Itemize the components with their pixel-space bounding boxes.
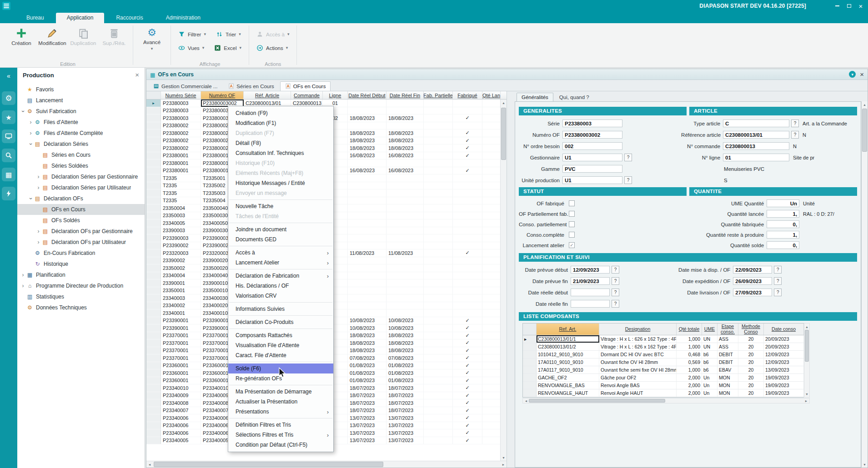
row-selector[interactable]	[523, 389, 537, 397]
planification-date-reelle-debut-field[interactable]	[571, 289, 610, 296]
menu-tab-application[interactable]: Application	[56, 13, 105, 23]
row-selector[interactable]	[146, 377, 161, 384]
menu-item-informations-suivies[interactable]: Informations Suivies	[228, 304, 333, 314]
row-selector[interactable]	[146, 152, 161, 159]
menu-item-nouvelle-tache[interactable]: Nouvelle Tâche	[228, 201, 333, 211]
row-selector[interactable]	[146, 257, 161, 264]
generalites-gestionnaire-field[interactable]: U1	[562, 154, 622, 161]
column-header-commande[interactable]: Commande	[291, 91, 323, 99]
row-selector[interactable]	[146, 137, 161, 144]
quantite-quantite-lancee-field[interactable]: 1,	[767, 210, 799, 218]
sidebar-item-declaration-ofs-par-utilisateur[interactable]: ›▤Déclaration OFs par Utilisateur	[17, 237, 145, 248]
row-selector[interactable]	[146, 347, 161, 354]
row-selector[interactable]	[523, 358, 537, 366]
column-header-qte-totale[interactable]: Qté totale	[677, 324, 702, 335]
row-selector[interactable]	[146, 159, 161, 167]
vertical-scrollbar[interactable]: ▲▼	[500, 100, 507, 461]
sidebar-item-programme-directeur-de-production[interactable]: ›⌂Programme Directeur de Production	[17, 280, 145, 291]
row-selector[interactable]	[146, 414, 161, 422]
sidebar-item-favoris[interactable]: ★Favoris	[17, 84, 145, 95]
row-selector[interactable]	[523, 343, 537, 350]
planification-date-expedition-of-field[interactable]: 26/09/2023	[733, 277, 772, 285]
row-selector[interactable]	[146, 317, 161, 324]
collapse-sidebar-button[interactable]: «	[7, 72, 10, 80]
column-header-date-conso[interactable]: Date conso	[764, 324, 804, 335]
close-button[interactable]	[855, 1, 866, 10]
sidebar-item-suivi-fabrication[interactable]: ›⚙Suivi Fabrication	[17, 106, 145, 117]
trier-button[interactable]: Trier▾	[213, 30, 244, 39]
row-selector[interactable]	[146, 287, 161, 294]
article-n-commande-field[interactable]: C230800013	[723, 142, 789, 150]
row-selector[interactable]	[523, 382, 537, 389]
row-selector[interactable]	[146, 107, 161, 115]
menu-tab-bureau[interactable]: Bureau	[15, 13, 55, 23]
horizontal-scrollbar[interactable]: ◄►	[146, 461, 507, 468]
row-selector[interactable]	[146, 174, 161, 182]
row-selector[interactable]	[146, 339, 161, 347]
column-header-fab-partielle[interactable]: Fab. Partielle	[424, 91, 453, 99]
generalites-numero-of-field[interactable]: P23380003002	[562, 131, 622, 139]
row-selector[interactable]	[146, 182, 161, 189]
rail-grid-button[interactable]: ▦	[2, 168, 15, 181]
menu-tab-administration[interactable]: Administration	[155, 13, 211, 23]
planification-date-prevue-fin-field[interactable]: 21/09/2023	[571, 277, 610, 285]
sidebar-item-historique[interactable]: ↻Historique	[17, 259, 145, 269]
row-selector[interactable]	[146, 362, 161, 369]
help-button[interactable]: ?	[624, 176, 632, 184]
sidebar-item-declaration-ofs-par-gestionnaire[interactable]: ›▤Déclaration OFs par Gestionnaire	[17, 226, 145, 237]
row-selector[interactable]	[146, 242, 161, 249]
scroll-left-button[interactable]: ◄	[146, 461, 153, 468]
actions-button[interactable]: Actions▾	[254, 43, 291, 53]
minimize-button[interactable]	[832, 1, 843, 10]
menu-item-detail-f8[interactable]: Détail (F8)	[228, 138, 333, 148]
menu-tab-raccourcis[interactable]: Raccourcis	[105, 13, 154, 23]
scroll-down-button[interactable]: ▼	[501, 454, 507, 461]
column-header-ref-art[interactable]: Ref. Art.	[537, 324, 599, 335]
article-type-article-field[interactable]: C	[723, 119, 789, 127]
vertical-scrollbar[interactable]: ▲▼	[804, 323, 810, 398]
column-header-methode-conso[interactable]: Methode Conso	[738, 324, 764, 335]
sidebar-item-series-en-cours[interactable]: ▤Séries en Cours	[17, 149, 145, 160]
row-selector[interactable]	[146, 197, 161, 204]
generalites-gamme-field[interactable]: PVC	[562, 165, 622, 173]
quantite-ume-quantite-field[interactable]: Un	[767, 199, 799, 207]
sidebar-item-statistiques[interactable]: ▥Statistiques	[17, 291, 145, 302]
conso-partiellement-checkbox[interactable]	[569, 221, 575, 227]
row-selector[interactable]: ▸	[523, 335, 537, 343]
tab-generalites[interactable]: Généralités	[517, 93, 553, 101]
sidebar-close-button[interactable]	[135, 71, 139, 79]
component-row[interactable]: RENVOIANGLE_HAUTRenvoi Angle HAUT2,000Un…	[523, 389, 804, 397]
lancement-atelier-checkbox[interactable]: ✓	[569, 242, 575, 248]
row-selector[interactable]	[146, 354, 161, 362]
column-header-ligne[interactable]: Ligne	[323, 91, 348, 99]
row-selector[interactable]	[146, 407, 161, 414]
menu-item-lancement-atelier[interactable]: Lancement Atelier›	[228, 258, 333, 268]
component-row[interactable]: 17A0117_9010_9010Ouvrant fiche semi fixe…	[523, 366, 804, 374]
conso-complete-checkbox[interactable]	[569, 232, 575, 238]
column-header-qte-lan[interactable]: Qté Lan	[482, 91, 501, 99]
excel-button[interactable]: Excel▾	[211, 43, 244, 53]
component-row[interactable]: C230800013/01/2Vitrage : H x L : 626 x 1…	[523, 343, 804, 351]
rail-monitor-button[interactable]	[2, 129, 15, 143]
row-selector[interactable]	[146, 264, 161, 272]
menu-item-valorisation-crv[interactable]: Valorisation CRV	[228, 291, 333, 301]
menu-item-documents-ged[interactable]: Documents GED	[228, 234, 333, 244]
help-button[interactable]: ?	[612, 266, 619, 274]
sidebar-item-declaration-series-par-gestionnaire[interactable]: ›▤Déclaration Séries par Gestionnaire	[17, 171, 145, 182]
article-n-ligne-field[interactable]: 01	[723, 154, 789, 161]
view-tab-ofs-en-cours[interactable]: OFs en Cours	[280, 81, 331, 91]
menu-item-consultation-inf-techniques[interactable]: Consultation Inf. Techniques	[228, 148, 333, 158]
column-header-fabrique[interactable]: Fabriqué	[453, 91, 482, 99]
menu-item-condition-par-defaut-ctrl-f5[interactable]: Condition par Défaut (Ctrl-F5)	[228, 440, 333, 450]
select-all-header[interactable]	[523, 324, 537, 335]
help-button[interactable]: ?	[612, 300, 619, 308]
filtrer-button[interactable]: Filtrer▾	[176, 30, 209, 39]
row-selector[interactable]	[146, 429, 161, 437]
help-button[interactable]: ?	[612, 289, 619, 296]
scrollbar-thumb[interactable]	[529, 399, 665, 403]
scrollbar-thumb[interactable]	[154, 462, 383, 467]
menu-item-historique-messages-entite[interactable]: Historique Messages / Entité	[228, 178, 333, 188]
row-selector[interactable]	[146, 189, 161, 197]
row-selector[interactable]	[146, 369, 161, 377]
modification-button[interactable]: Modification	[38, 25, 66, 46]
